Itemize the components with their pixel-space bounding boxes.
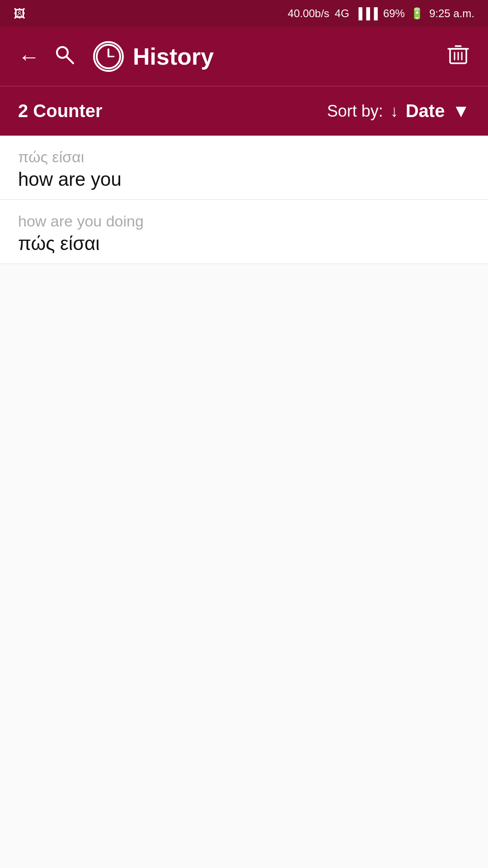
sort-controls: Sort by: ↓ Date ▼ [327, 101, 470, 121]
sort-direction-icon[interactable]: ↓ [390, 102, 399, 121]
search-button[interactable] [53, 43, 75, 70]
sort-field-label: Date [406, 101, 445, 121]
sort-dropdown-button[interactable]: ▼ [452, 101, 470, 121]
svg-line-1 [66, 57, 73, 63]
history-item[interactable]: how are you doing πώς είσαι [0, 200, 488, 264]
trash-button[interactable] [446, 42, 470, 71]
sort-by-label: Sort by: [327, 102, 383, 121]
history-item-source: how are you doing [18, 212, 470, 230]
history-item-translation: πώς είσαι [18, 233, 470, 255]
history-item-source: πώς είσαι [18, 148, 470, 166]
speed-indicator: 40.00b/s [288, 7, 329, 20]
history-item[interactable]: πώς είσαι how are you [0, 136, 488, 200]
status-bar-right: 40.00b/s 4G ▐▐▐ 69% 🔋 9:25 a.m. [288, 7, 474, 20]
signal-icon: ▐▐▐ [355, 7, 378, 20]
network-type: 4G [335, 7, 349, 20]
back-button[interactable]: ← [18, 44, 40, 69]
time-display: 9:25 a.m. [429, 7, 474, 20]
empty-content-area [0, 264, 488, 868]
battery-icon: 🔋 [410, 7, 424, 20]
battery-level: 69% [383, 7, 405, 20]
status-bar: 🖼 40.00b/s 4G ▐▐▐ 69% 🔋 9:25 a.m. [0, 0, 488, 27]
counter-label: 2 Counter [18, 101, 327, 121]
status-bar-left: 🖼 [14, 7, 25, 21]
page-title: History [133, 43, 214, 70]
sort-bar: 2 Counter Sort by: ↓ Date ▼ [0, 86, 488, 136]
image-icon: 🖼 [14, 7, 25, 21]
history-item-translation: how are you [18, 169, 470, 190]
clock-icon [93, 41, 124, 72]
history-list: πώς είσαι how are you how are you doing … [0, 136, 488, 264]
app-bar: ← History [0, 27, 488, 86]
app-bar-title-area: History [93, 41, 446, 72]
